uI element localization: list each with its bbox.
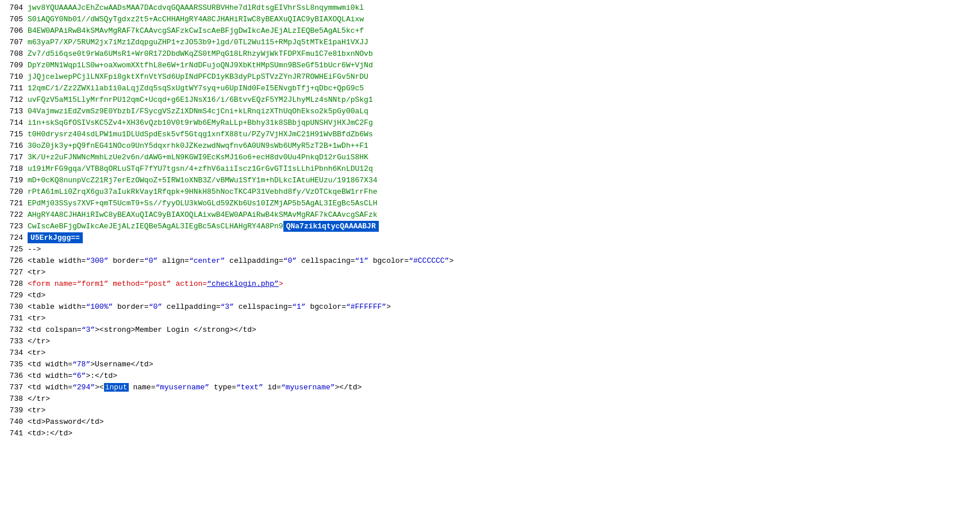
line-number: 728: [2, 278, 23, 290]
code-line-739: 739 <tr>: [0, 405, 980, 416]
code-line-720: 720 rPtA61mLi0ZrqX6gu37aIukRkVay1Rfqpk+9…: [0, 186, 980, 198]
line-content: <td width=“6”>:</td>: [28, 370, 978, 382]
line-number: 740: [2, 416, 23, 428]
line-number: 736: [2, 370, 23, 382]
line-number: 719: [2, 175, 23, 186]
line-content: <td>: [28, 290, 978, 301]
code-line-727: 727 <tr>: [0, 267, 980, 278]
code-line-722: 722 AHgRY4A8CJHAHiRIwC8yBEAXuQIAC9yBIAXO…: [0, 209, 980, 221]
line-number: 709: [2, 60, 23, 71]
line-content: 12qmC/1/Zz2ZWXilab1i0aLqjZdq5sqSxUgtWY7s…: [28, 83, 978, 94]
line-number: 737: [2, 382, 23, 393]
line-content: mD+0cKQ8nunpVcZ21Rj7erEzOWqoZ+5IRW1oXNB3…: [28, 175, 978, 186]
code-line-733: 733 </tr>: [0, 336, 980, 347]
line-number: 708: [2, 48, 23, 60]
code-line-712: 712 uvFQzV5aM15LlyMrfnrPU12qmC+Ucqd+g6E1…: [0, 94, 980, 106]
code-line-741: 741 <td>:</td>: [0, 428, 980, 439]
line-number: 726: [2, 255, 23, 267]
line-content: <td>Password</td>: [28, 416, 978, 428]
line-content: AHgRY4A8CJHAHiRIwC8yBEAXuQIAC9yBIAXOQLAi…: [28, 209, 978, 221]
code-line-711: 711 12qmC/1/Zz2ZWXilab1i0aLqjZdq5sqSxUgt…: [0, 83, 980, 94]
line-content: -->: [28, 244, 978, 255]
line-content: <td>:</td>: [28, 428, 978, 439]
line-content: B4EW0APAiRwB4kSMAvMgRAF7kCAAvcgSAFzkCwIs…: [28, 25, 978, 37]
line-content: 3K/U+z2uFJNWNcMmhLzUe2v6n/dAWG+mLN9KGWI9…: [28, 152, 978, 163]
line-content: 30oZ0jk3y+pQ9fnEG41NOco9UnY5dqxrhk0JZKez…: [28, 140, 978, 152]
line-content: U5ErkJggg==: [28, 232, 978, 244]
line-number: 729: [2, 290, 23, 301]
code-line-738: 738 </tr>: [0, 393, 980, 405]
line-number: 723: [2, 221, 23, 232]
line-content: <td width=“294”><input name=“myusername”…: [28, 382, 978, 393]
line-content: <table width=“300” border=“0” align=“cen…: [28, 255, 978, 267]
code-line-716: 716 30oZ0jk3y+pQ9fnEG41NOco9UnY5dqxrhk0J…: [0, 140, 980, 152]
line-number: 720: [2, 186, 23, 198]
line-content: uvFQzV5aM15LlyMrfnrPU12qmC+Ucqd+g6E1JNsX…: [28, 94, 978, 106]
code-line-728: 728 <form name=“form1” method=“post” act…: [0, 278, 980, 290]
code-line-706: 706 B4EW0APAiRwB4kSMAvMgRAF7kCAAvcgSAFzk…: [0, 25, 980, 37]
line-number: 713: [2, 106, 23, 117]
line-number: 712: [2, 94, 23, 106]
code-line-736: 736 <td width=“6”>:</td>: [0, 370, 980, 382]
code-editor: 704 jwv8YQUAAAAJcEhZcwAADsMAA7DAcdvqGQAA…: [0, 0, 980, 513]
code-line-705: 705 S0iAQGY0Nb01//dWSQyTgdxz2t5+AcCHHAHg…: [0, 14, 980, 25]
line-number: 734: [2, 347, 23, 359]
code-line-734: 734 <tr>: [0, 347, 980, 359]
line-number: 717: [2, 152, 23, 163]
line-number: 741: [2, 428, 23, 439]
code-line-729: 729 <td>: [0, 290, 980, 301]
input-keyword-highlight[interactable]: input: [104, 383, 129, 392]
line-number: 715: [2, 129, 23, 140]
line-number: 705: [2, 14, 23, 25]
line-number: 706: [2, 25, 23, 37]
code-line-723: 723 CwIscAeBFjgDwIkcAeJEjALzIEQBe5AgAL3I…: [0, 221, 980, 232]
line-number: 721: [2, 198, 23, 209]
line-content: EPdMj03SSys7XVF+qmT5UcmT9+Ss//fyyOLU3kWo…: [28, 198, 978, 209]
line-number: 739: [2, 405, 23, 416]
code-line-718: 718 u19iMrFG9gqa/VTB8qORLuSTqF7fYU7tgsn/…: [0, 163, 980, 175]
code-line-719: 719 mD+0cKQ8nunpVcZ21Rj7erEzOWqoZ+5IRW1o…: [0, 175, 980, 186]
line-number: 716: [2, 140, 23, 152]
line-content: <td width=“78”>Username</td>: [28, 359, 978, 370]
code-line-735: 735 <td width=“78”>Username</td>: [0, 359, 980, 370]
highlighted-text-right[interactable]: QNa7zik1qtycQAAAABJR: [283, 221, 379, 232]
line-content: <tr>: [28, 267, 978, 278]
line-number: 710: [2, 71, 23, 83]
line-content: rPtA61mLi0ZrqX6gu37aIukRkVay1Rfqpk+9HNkH…: [28, 186, 978, 198]
line-content: jJQjcelwepPCjlLNXFpi8gktXfnVtYSd6UpINdPF…: [28, 71, 978, 83]
line-number: 704: [2, 2, 23, 14]
line-content: <tr>: [28, 313, 978, 324]
line-content: i1n+skSqGfOSIVsKC5Zv4+XH36vQzb10V0t9rWb6…: [28, 117, 978, 129]
line-number: 730: [2, 301, 23, 313]
line-number: 722: [2, 209, 23, 221]
code-line-710: 710 jJQjcelwepPCjlLNXFpi8gktXfnVtYSd6UpI…: [0, 71, 980, 83]
line-number: 711: [2, 83, 23, 94]
line-content: S0iAQGY0Nb01//dWSQyTgdxz2t5+AcCHHAHgRY4A…: [28, 14, 978, 25]
line-number: 735: [2, 359, 23, 370]
line-content: t0H0drysrz404sdLPW1mu1DLUdSpdEsk5vf5Gtqg…: [28, 129, 978, 140]
code-line-714: 714 i1n+skSqGfOSIVsKC5Zv4+XH36vQzb10V0t9…: [0, 117, 980, 129]
line-content: <td colspan=“3”><strong>Member Login </s…: [28, 324, 978, 336]
code-line-732: 732 <td colspan=“3”><strong>Member Login…: [0, 324, 980, 336]
line-content: <table width=“100%” border=“0” cellpaddi…: [28, 301, 978, 313]
line-content: m63yaP7/XP/5RUM2jx7iMz1ZdqpguZHP1+zJO53b…: [28, 37, 978, 48]
line-content: CwIscAeBFjgDwIkcAeJEjALzIEQBe5AgAL3IEgBc…: [28, 221, 978, 232]
code-line-708: 708 Zv7/d5i6qse0t9rWa6UMsR1+Wr0R172DbdWK…: [0, 48, 980, 60]
code-line-713: 713 04VajmwziEdZvmSz9E0YbzbI/FSycgVSzZiX…: [0, 106, 980, 117]
code-line-726: 726 <table width=“300” border=“0” align=…: [0, 255, 980, 267]
line-number: 738: [2, 393, 23, 405]
line-number: 718: [2, 163, 23, 175]
line-content: <tr>: [28, 405, 978, 416]
line-number: 732: [2, 324, 23, 336]
code-line-724: 724 U5ErkJggg==: [0, 232, 980, 244]
line-number: 724: [2, 232, 23, 244]
highlighted-text-left[interactable]: U5ErkJggg==: [28, 232, 83, 243]
line-content: </tr>: [28, 336, 978, 347]
line-content: Zv7/d5i6qse0t9rWa6UMsR1+Wr0R172DbdWKqZS0…: [28, 48, 978, 60]
code-line-740: 740 <td>Password</td>: [0, 416, 980, 428]
code-line-731: 731 <tr>: [0, 313, 980, 324]
code-line-725: 725 -->: [0, 244, 980, 255]
line-number: 714: [2, 117, 23, 129]
line-number: 727: [2, 267, 23, 278]
line-content: u19iMrFG9gqa/VTB8qORLuSTqF7fYU7tgsn/4+zf…: [28, 163, 978, 175]
